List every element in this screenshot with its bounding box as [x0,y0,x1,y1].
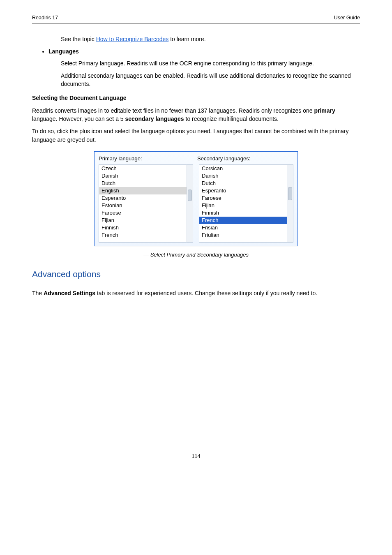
secondary-language-listbox[interactable]: CorsicanDanishDutchEsperantoFaroeseFijia… [199,164,287,243]
primary-language-label: Primary language: [99,155,195,163]
primary-language-listbox[interactable]: CzechDanishDutchEnglishEsperantoEstonian… [99,164,187,243]
bullet-languages-label: Languages [48,48,79,55]
list-item[interactable]: Fijian [99,217,187,224]
primary-language-note: Select Primary language. Readiris will u… [32,59,360,67]
list-item[interactable]: Dutch [199,180,287,187]
primary-scroll-thumb[interactable] [188,190,192,201]
figure-wrap: Primary language: Secondary languages: C… [32,151,360,246]
language-picker-figure: Primary language: Secondary languages: C… [94,151,298,246]
list-item[interactable]: Danish [199,172,287,180]
secondary-language-note: Additional secondary languages can be en… [32,72,360,88]
list-item[interactable]: Finnish [99,224,187,231]
section-rule [32,283,360,283]
header-left: Readiris 17 [32,15,58,21]
header-right: User Guide [334,15,360,21]
list-item[interactable]: Faroese [99,209,187,217]
list-item[interactable]: Faroese [199,194,287,202]
barcodes-link[interactable]: How to Recognize Barcodes [96,36,169,42]
see-topic-before: See the topic [61,36,96,42]
list-item[interactable]: English [99,187,187,194]
advanced-options-paragraph: The Advanced Settings tab is reserved fo… [32,289,360,297]
bullet-list: Languages [32,47,360,56]
page-number: 114 [32,453,360,459]
list-item[interactable]: Corsican [199,165,287,172]
list-item[interactable]: Esperanto [199,187,287,194]
list-item[interactable]: Esperanto [99,194,187,202]
running-header: Readiris 17 User Guide [32,15,360,21]
list-item[interactable]: Danish [99,172,187,180]
advanced-options-heading: Advanced options [32,268,360,280]
list-item[interactable]: French [99,231,187,239]
page: Readiris 17 User Guide See the topic How… [0,0,392,484]
body-text: See the topic How to Recognize Barcodes … [32,35,360,297]
list-item[interactable]: Finnish [199,209,287,217]
figure-caption: Select Primary and Secondary languages [32,251,360,259]
see-topic-after: to learn more. [168,36,205,42]
list-item[interactable]: Friulian [199,231,287,239]
doc-lang-paragraph-2: To do so, click the plus icon and select… [32,127,360,144]
primary-list-scrollbar[interactable] [187,164,193,243]
list-item[interactable]: Estonian [99,202,187,209]
list-item[interactable]: Fijian [199,202,287,209]
secondary-scroll-thumb[interactable] [288,187,292,200]
selecting-doc-lang-heading: Selecting the Document Language [32,94,360,102]
list-item[interactable]: Frisian [199,224,287,231]
header-rule [32,23,360,23]
secondary-languages-label: Secondary languages: [195,155,293,163]
see-topic-line: See the topic How to Recognize Barcodes … [32,35,360,43]
list-item[interactable]: Dutch [99,180,187,187]
bullet-languages: Languages [48,47,360,56]
doc-lang-paragraph-1: Readiris converts images in to editable … [32,106,360,123]
secondary-list-scrollbar[interactable] [287,164,293,243]
list-item[interactable]: Czech [99,165,187,172]
list-item[interactable]: French [199,217,287,224]
